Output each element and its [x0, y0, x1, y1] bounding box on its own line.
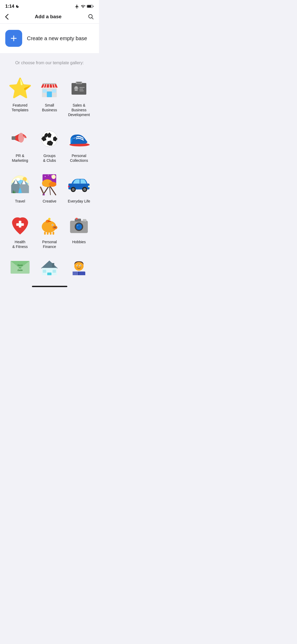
template-item-travel[interactable]: Travel	[5, 168, 35, 208]
template-item-personal-collections[interactable]: PersonalCollections	[64, 122, 94, 168]
svg-rect-24	[79, 90, 84, 91]
svg-rect-105	[73, 272, 78, 275]
svg-rect-8	[52, 89, 56, 93]
nav-bar: Add a base	[0, 11, 99, 24]
template-item-featured-templates[interactable]: ⭐ FeaturedTemplates	[5, 72, 35, 122]
svg-rect-17	[72, 83, 86, 95]
megaphone-icon	[10, 128, 31, 149]
svg-point-92	[84, 219, 87, 222]
page-title: Add a base	[35, 14, 62, 20]
svg-text:Save: Save	[17, 264, 23, 266]
svg-point-53	[48, 175, 49, 175]
svg-text:Date: Date	[17, 269, 22, 272]
svg-rect-6	[47, 91, 52, 97]
template-icon-save-the-date: Save the Date	[8, 259, 32, 275]
template-item-everyday-life[interactable]: Everyday Life	[64, 168, 94, 208]
soccer-ball-icon	[39, 128, 60, 149]
svg-rect-19	[77, 82, 81, 83]
health-icon	[10, 213, 31, 237]
wifi-icon	[81, 4, 85, 9]
svg-point-72	[55, 227, 56, 228]
template-icon-travel	[8, 172, 32, 196]
svg-point-91	[77, 225, 78, 226]
airplane-icon	[75, 4, 79, 9]
svg-point-64	[83, 188, 86, 191]
template-icon-reading	[67, 259, 91, 275]
plus-icon	[9, 34, 18, 43]
template-label-personal-collections: PersonalCollections	[70, 153, 88, 163]
svg-rect-57	[40, 186, 45, 195]
svg-rect-2	[93, 6, 93, 7]
house-icon	[40, 259, 59, 275]
svg-rect-66	[68, 186, 69, 187]
car-icon	[67, 175, 91, 193]
template-icon-personal-finance: $	[37, 213, 61, 237]
template-icon-house	[37, 259, 61, 275]
template-icon-pr-marketing	[8, 127, 32, 151]
template-label-small-business: SmallBusiness	[42, 103, 57, 112]
status-time: 1:14	[5, 4, 14, 9]
status-icons	[75, 4, 94, 9]
status-bar: 1:14	[0, 0, 99, 11]
template-item-reading[interactable]	[64, 254, 94, 275]
svg-rect-85	[76, 218, 78, 219]
svg-rect-76	[44, 232, 46, 235]
create-base-row[interactable]: Create a new empty base	[0, 24, 99, 53]
template-icon-personal-collections	[67, 127, 91, 151]
template-icon-small-business	[37, 76, 61, 100]
battery-icon	[87, 4, 94, 8]
id-card-icon	[68, 78, 89, 99]
svg-point-70	[53, 226, 58, 229]
create-base-icon	[5, 30, 22, 47]
template-label-hobbies: Hobbies	[72, 240, 86, 244]
svg-point-51	[51, 175, 56, 179]
template-item-house[interactable]	[35, 254, 64, 275]
svg-rect-77	[47, 232, 49, 235]
template-icon-everyday-life	[67, 172, 91, 196]
template-label-groups-clubs: Groups& Clubs	[43, 153, 56, 163]
svg-text:$: $	[49, 218, 50, 220]
template-label-health-fitness: Health& Fitness	[12, 240, 28, 249]
svg-rect-78	[50, 232, 51, 235]
svg-line-4	[92, 18, 93, 19]
template-item-pr-marketing[interactable]: PR &Marketing	[5, 122, 35, 168]
template-grid: ⭐ FeaturedTemplates	[5, 72, 94, 280]
svg-rect-7	[43, 89, 47, 93]
moon-icon	[16, 4, 19, 8]
template-icon-featured: ⭐	[8, 76, 32, 100]
template-icon-creative	[37, 172, 61, 196]
template-item-save-the-date[interactable]: Save the Date	[5, 254, 35, 275]
back-button[interactable]	[5, 14, 8, 20]
template-icon-health-fitness	[8, 213, 32, 237]
template-icon-sales-business	[67, 76, 91, 100]
svg-point-111	[80, 265, 81, 266]
svg-rect-99	[52, 263, 54, 267]
template-label-creative: Creative	[43, 199, 56, 204]
create-base-label: Create a new empty base	[27, 35, 87, 42]
svg-rect-16	[43, 83, 56, 84]
svg-rect-65	[88, 186, 90, 187]
svg-point-52	[45, 176, 46, 177]
svg-rect-101	[47, 273, 51, 275]
svg-point-62	[72, 188, 75, 191]
template-item-creative[interactable]: Creative	[35, 168, 64, 208]
sneaker-icon	[67, 129, 91, 148]
content-area: Create a new empty base Or choose from o…	[0, 24, 99, 284]
template-label-sales-business: Sales & BusinessDevelopment	[66, 103, 92, 117]
template-item-groups-clubs[interactable]: Groups& Clubs	[35, 122, 64, 168]
svg-point-54	[51, 176, 52, 176]
svg-point-56	[49, 182, 56, 187]
template-item-sales-business[interactable]: Sales & BusinessDevelopment	[64, 72, 94, 122]
template-label-travel: Travel	[15, 199, 25, 204]
template-item-personal-finance[interactable]: $ PersonalFinance	[35, 208, 64, 254]
svg-rect-103	[53, 270, 56, 273]
svg-point-110	[77, 265, 78, 266]
template-label-featured: FeaturedTemplates	[12, 103, 29, 112]
piggy-bank-icon: $	[39, 214, 60, 236]
search-button[interactable]	[88, 14, 94, 20]
template-item-health-fitness[interactable]: Health& Fitness	[5, 208, 35, 254]
template-item-small-business[interactable]: SmallBusiness	[35, 72, 64, 122]
svg-rect-102	[43, 270, 46, 273]
template-item-hobbies[interactable]: Hobbies	[64, 208, 94, 254]
svg-text:the: the	[19, 266, 21, 269]
